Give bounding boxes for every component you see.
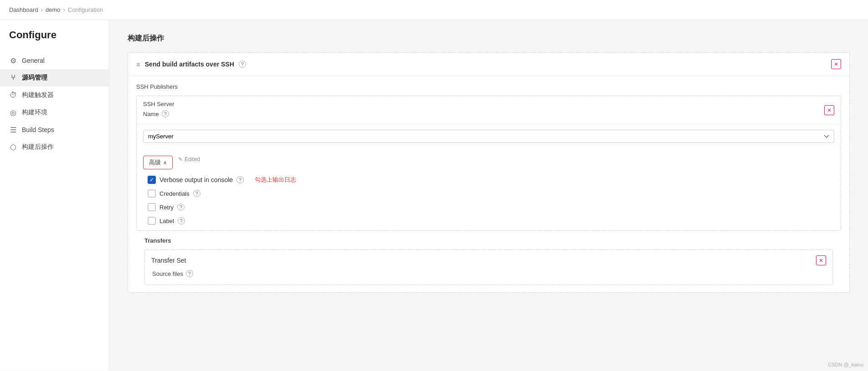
ssh-title-help-icon[interactable]: ? <box>239 61 246 68</box>
transfers-title: Transfers <box>144 237 833 244</box>
ssh-card-body: SSH Publishers SSH Server Name ? × <box>128 76 849 292</box>
breadcrumb-sep1: › <box>41 6 43 13</box>
source-files-help-icon[interactable]: ? <box>186 270 193 277</box>
sidebar-label-source: 源码管理 <box>22 74 47 82</box>
chevron-up-icon: ∧ <box>163 160 167 166</box>
ssh-card-header: ≡ Send build artifacts over SSH ? × <box>128 53 849 76</box>
transfers-section: Transfers Transfer Set × Source files ? <box>136 231 841 285</box>
verbose-row: ✓ Verbose output in console ? 勾选上输出日志 <box>148 176 834 184</box>
transfer-card-header: Transfer Set × <box>151 255 826 265</box>
advanced-button[interactable]: 高级 ∧ <box>143 156 173 169</box>
sidebar-item-trigger[interactable]: ⏱ 构建触发器 <box>0 86 109 104</box>
breadcrumb-current: Configuration <box>68 6 103 13</box>
ssh-card: ≡ Send build artifacts over SSH ? × SSH … <box>128 52 850 293</box>
list-icon: ☰ <box>9 126 17 134</box>
label-checkbox[interactable] <box>148 217 156 225</box>
transfer-card: Transfer Set × Source files ? <box>144 249 833 285</box>
gear-icon: ⚙ <box>9 56 17 65</box>
name-label-row: Name ? <box>143 110 175 117</box>
advanced-row: 高级 ∧ ✎ Edited <box>143 149 834 169</box>
sidebar: Configure ⚙ General ⑂ 源码管理 ⏱ 构建触发器 ◎ 构建环… <box>0 20 109 371</box>
verbose-checkbox[interactable]: ✓ <box>148 176 156 184</box>
ssh-server-select[interactable]: myServer <box>143 130 834 143</box>
sidebar-title: Configure <box>0 29 109 52</box>
sidebar-label-post-build: 构建后操作 <box>22 143 54 151</box>
checkbox-group: ✓ Verbose output in console ? 勾选上输出日志 Cr… <box>143 176 834 225</box>
label-row-cb: Label ? <box>148 217 834 225</box>
sidebar-item-build-steps[interactable]: ☰ Build Steps <box>0 121 109 138</box>
clock-icon: ⏱ <box>9 91 17 99</box>
credentials-label: Credentials <box>159 190 190 197</box>
breadcrumb: Dashboard › demo › Configuration <box>0 0 868 20</box>
sidebar-label-build-steps: Build Steps <box>22 126 54 133</box>
verbose-help-icon[interactable]: ? <box>236 176 244 183</box>
label-checkbox-label: Label <box>159 218 174 224</box>
ssh-server-sub-card: SSH Server Name ? × myServer <box>136 96 841 231</box>
sub-card-body: myServer 高级 ∧ ✎ Edited <box>137 124 841 230</box>
globe-icon: ◎ <box>9 108 17 117</box>
retry-label: Retry <box>159 204 174 211</box>
sidebar-item-source[interactable]: ⑂ 源码管理 <box>0 69 109 86</box>
source-files-row: Source files ? <box>151 270 826 277</box>
sub-card-header: SSH Server Name ? × <box>137 96 841 124</box>
retry-row: Retry ? <box>148 203 834 211</box>
sub-card-close-button[interactable]: × <box>824 105 834 115</box>
pencil-icon: ✎ <box>178 156 183 163</box>
breadcrumb-demo[interactable]: demo <box>46 6 61 13</box>
branch-icon: ⑂ <box>9 74 17 82</box>
advanced-btn-label: 高级 <box>149 158 161 167</box>
sidebar-item-general[interactable]: ⚙ General <box>0 52 109 69</box>
ssh-card-title: Send build artifacts over SSH <box>145 61 234 68</box>
ssh-publishers-label: SSH Publishers <box>136 83 841 90</box>
retry-checkbox[interactable] <box>148 203 156 211</box>
sidebar-item-post-build[interactable]: ⬡ 构建后操作 <box>0 138 109 156</box>
sidebar-label-general: General <box>22 57 45 64</box>
retry-help-icon[interactable]: ? <box>177 203 185 211</box>
edited-label: ✎ Edited <box>178 156 200 163</box>
label-help-icon[interactable]: ? <box>178 217 185 224</box>
section-title: 构建后操作 <box>128 34 850 43</box>
watermark: CSDN @_kainu <box>828 362 863 367</box>
breadcrumb-sep2: › <box>63 6 65 13</box>
drag-handle-icon[interactable]: ≡ <box>136 61 140 68</box>
name-help-icon[interactable]: ? <box>162 110 169 117</box>
sidebar-label-env: 构建环境 <box>22 108 47 117</box>
main-content: 构建后操作 ≡ Send build artifacts over SSH ? … <box>109 20 868 371</box>
sidebar-item-env[interactable]: ◎ 构建环境 <box>0 104 109 121</box>
credentials-help-icon[interactable]: ? <box>193 190 200 197</box>
credentials-checkbox[interactable] <box>148 189 156 198</box>
breadcrumb-dashboard[interactable]: Dashboard <box>9 6 38 13</box>
sidebar-label-trigger: 构建触发器 <box>22 91 54 99</box>
transfer-card-close-button[interactable]: × <box>816 255 826 265</box>
credentials-row: Credentials ? <box>148 189 834 198</box>
ssh-server-label: SSH Server <box>143 101 175 107</box>
verbose-label: Verbose output in console <box>159 176 233 183</box>
annotation-text: 勾选上输出日志 <box>255 176 296 184</box>
box-icon: ⬡ <box>9 143 17 151</box>
transfer-set-title: Transfer Set <box>151 257 186 264</box>
ssh-card-close-button[interactable]: × <box>831 59 841 69</box>
